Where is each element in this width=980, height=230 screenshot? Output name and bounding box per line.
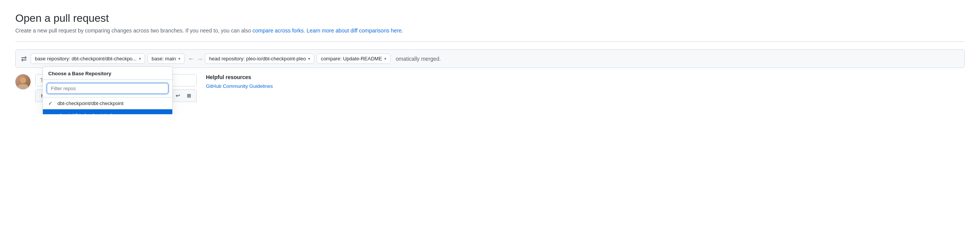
compare-caret-icon: ▾ <box>384 57 386 61</box>
base-branch-dropdown[interactable]: base: main ▾ <box>147 53 185 64</box>
repo-option-pleo[interactable]: pleo-io/dbt-checkpoint-pleo <box>43 109 172 114</box>
compare-icon: ⇄ <box>21 55 27 63</box>
github-community-guidelines-link[interactable]: GitHub Community Guidelines <box>206 83 298 89</box>
base-branch-caret-icon: ▾ <box>178 57 180 61</box>
subtitle-static-text: Create a new pull request by comparing c… <box>15 28 252 34</box>
merged-text: omatically merged. <box>396 56 441 62</box>
base-repo-caret-icon: ▾ <box>139 57 141 61</box>
head-repo-dropdown[interactable]: head repository: pleo-io/dbt-checkpoint-… <box>205 53 314 64</box>
undo-button[interactable]: ↩ <box>174 92 181 99</box>
head-repo-label: head repository: pleo-io/dbt-checkpoint-… <box>209 56 306 62</box>
fullscreen-button[interactable]: ⊞ <box>185 92 193 99</box>
dropdown-title: Choose a Base Repository <box>43 67 172 80</box>
check-icon: ✓ <box>48 100 54 106</box>
base-repo-dropdown-panel: Choose a Base Repository ✓ dbt-checkpoin… <box>42 66 173 114</box>
page-title: Open a pull request <box>15 12 965 24</box>
repo-option-selected-label: pleo-io/dbt-checkpoint-pleo <box>57 112 117 114</box>
base-branch-label: base: main <box>152 56 176 62</box>
page-subtitle: Create a new pull request by comparing c… <box>15 28 965 42</box>
compare-branch-dropdown[interactable]: compare: Update-README ▾ <box>317 53 390 64</box>
dropdown-search-area <box>43 80 172 97</box>
compare-label: compare: Update-README <box>321 56 382 62</box>
ellipsis-icon: ··· <box>198 56 203 62</box>
compare-bar: ⇄ base repository: dbt-checkpoint/dbt-ch… <box>15 49 965 68</box>
learn-more-link[interactable]: Learn more about diff comparisons here. <box>307 28 403 34</box>
base-repo-dropdown[interactable]: base repository: dbt-checkpoint/dbt-chec… <box>31 53 145 64</box>
repo-option-dbt-checkpoint[interactable]: ✓ dbt-checkpoint/dbt-checkpoint <box>43 97 172 109</box>
repo-option-label: dbt-checkpoint/dbt-checkpoint <box>57 100 124 106</box>
sidebar: Helpful resources GitHub Community Guide… <box>206 74 298 102</box>
avatar-image <box>15 74 31 89</box>
head-repo-caret-icon: ▾ <box>308 57 310 61</box>
compare-forks-link[interactable]: compare across forks. <box>252 28 305 34</box>
base-repo-label: base repository: dbt-checkpoint/dbt-chec… <box>35 56 137 62</box>
helpful-resources-title: Helpful resources <box>206 74 298 80</box>
filter-repos-input[interactable] <box>47 83 168 94</box>
avatar <box>15 74 31 89</box>
arrow-left-icon: ← <box>187 55 196 62</box>
